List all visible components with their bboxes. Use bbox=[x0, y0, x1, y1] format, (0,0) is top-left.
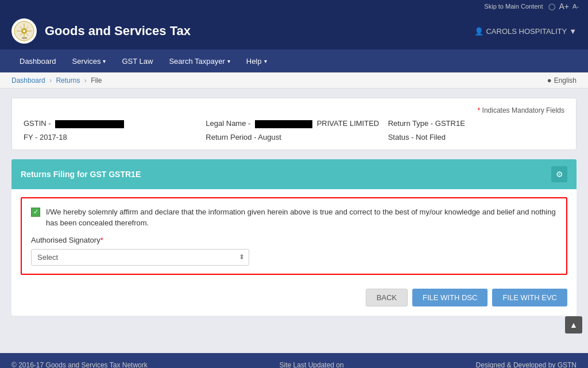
user-icon: 👤 bbox=[474, 27, 483, 36]
breadcrumb-sep-1: › bbox=[49, 76, 52, 85]
language-label: English bbox=[554, 76, 577, 85]
nav-services[interactable]: Services ▾ bbox=[64, 49, 114, 72]
mandatory-asterisk: * bbox=[478, 106, 481, 114]
breadcrumb-dashboard[interactable]: Dashboard bbox=[11, 76, 45, 85]
breadcrumb-sep-2: › bbox=[84, 76, 87, 85]
return-type-label: Return Type - GSTR1E bbox=[388, 119, 465, 128]
legal-name-label: Legal Name - bbox=[206, 119, 250, 128]
header: भारत Goods and Services Tax 👤 CAROLS HOS… bbox=[0, 13, 588, 49]
nav-dashboard-label: Dashboard bbox=[20, 57, 56, 66]
gstin-label: GSTIN - bbox=[24, 119, 51, 128]
scroll-to-top-button[interactable]: ▲ bbox=[565, 316, 582, 334]
breadcrumb-bar: Dashboard › Returns › File ● English bbox=[0, 72, 588, 89]
authorised-label-text: Authorised Signatory bbox=[31, 236, 100, 244]
nav-gst-law[interactable]: GST Law bbox=[114, 49, 161, 72]
nav-search-taxpayer-label: Search Taxpayer bbox=[169, 57, 225, 66]
fy-field: FY - 2017-18 bbox=[24, 133, 200, 141]
info-card: * Indicates Mandatory Fields GSTIN - Leg… bbox=[11, 98, 577, 150]
fy-label: FY - 2017-18 bbox=[24, 133, 67, 141]
site-title: Goods and Services Tax bbox=[45, 24, 191, 39]
footer-updated: Site Last Updated on bbox=[280, 361, 344, 368]
return-type-field: Return Type - GSTR1E bbox=[388, 119, 564, 128]
gstin-field: GSTIN - bbox=[24, 119, 200, 128]
settings-button[interactable]: ⚙ bbox=[551, 166, 567, 182]
file-evc-button[interactable]: FILE WITH EVC bbox=[492, 289, 567, 306]
user-menu[interactable]: 👤 CAROLS HOSPITALITY ▼ bbox=[474, 27, 577, 36]
svg-point-2 bbox=[23, 30, 25, 32]
back-button[interactable]: BACK bbox=[366, 289, 408, 306]
declaration-checkbox[interactable]: ✓ bbox=[31, 208, 40, 217]
nav-dashboard[interactable]: Dashboard bbox=[11, 49, 64, 72]
returns-title: Returns Filing for GST GSTR1E bbox=[21, 170, 141, 179]
breadcrumb: Dashboard › Returns › File bbox=[11, 76, 102, 85]
nav-help-label: Help bbox=[246, 57, 262, 66]
font-small-button[interactable]: A- bbox=[572, 3, 579, 10]
declaration-text: I/We hereby solemnly affirm and declare … bbox=[46, 206, 557, 229]
main-content: * Indicates Mandatory Fields GSTIN - Leg… bbox=[0, 89, 588, 353]
signatory-select-wrapper: Select bbox=[31, 249, 249, 266]
font-controls: ◯ A+ A- bbox=[548, 2, 579, 11]
returns-section: Returns Filing for GST GSTR1E ⚙ ✓ I/We h… bbox=[11, 159, 577, 316]
mandatory-note: * Indicates Mandatory Fields bbox=[24, 106, 564, 114]
language-selector[interactable]: ● English bbox=[547, 76, 577, 85]
file-dsc-button[interactable]: FILE WITH DSC bbox=[412, 289, 488, 306]
logo-emblem: भारत bbox=[11, 18, 37, 44]
accessibility-icon: ◯ bbox=[548, 3, 555, 10]
utility-bar: Skip to Main Content ◯ A+ A- bbox=[0, 0, 588, 13]
footer-designed: Designed & Developed by GSTN bbox=[476, 361, 577, 368]
breadcrumb-file: File bbox=[91, 76, 102, 85]
nav-search-taxpayer-arrow: ▾ bbox=[227, 58, 230, 64]
required-mark: * bbox=[100, 236, 103, 244]
nav-gst-law-label: GST Law bbox=[122, 57, 153, 66]
mandatory-text: Indicates Mandatory Fields bbox=[482, 106, 564, 114]
gstin-value bbox=[55, 120, 124, 128]
legal-name-field: Legal Name - PRIVATE LIMITED bbox=[206, 119, 382, 128]
username: CAROLS HOSPITALITY bbox=[486, 27, 567, 36]
status-label: Status - Not Filed bbox=[388, 133, 446, 141]
declaration-box: ✓ I/We hereby solemnly affirm and declar… bbox=[21, 197, 567, 275]
info-grid: GSTIN - Legal Name - PRIVATE LIMITED Ret… bbox=[24, 119, 564, 141]
nav-help[interactable]: Help ▾ bbox=[238, 49, 275, 72]
globe-icon: ● bbox=[547, 76, 552, 85]
legal-name-suffix: PRIVATE LIMITED bbox=[317, 119, 380, 128]
authorised-signatory-label: Authorised Signatory* bbox=[31, 236, 557, 244]
return-period-label: Return Period - August bbox=[206, 133, 281, 141]
action-buttons: BACK FILE WITH DSC FILE WITH EVC bbox=[11, 283, 577, 316]
user-dropdown-arrow: ▼ bbox=[569, 27, 577, 36]
returns-header: Returns Filing for GST GSTR1E ⚙ bbox=[11, 159, 577, 189]
signatory-select[interactable]: Select bbox=[31, 249, 249, 266]
main-nav: Dashboard Services ▾ GST Law Search Taxp… bbox=[0, 49, 588, 72]
header-left: भारत Goods and Services Tax bbox=[11, 18, 191, 44]
legal-name-value bbox=[255, 120, 312, 128]
status-field: Status - Not Filed bbox=[388, 133, 564, 141]
nav-services-arrow: ▾ bbox=[103, 58, 106, 64]
nav-help-arrow: ▾ bbox=[264, 58, 267, 64]
breadcrumb-returns[interactable]: Returns bbox=[56, 76, 80, 85]
nav-search-taxpayer[interactable]: Search Taxpayer ▾ bbox=[161, 49, 238, 72]
footer-main: © 2016-17 Goods and Services Tax Network… bbox=[0, 353, 588, 368]
return-period-field: Return Period - August bbox=[206, 133, 382, 141]
nav-services-label: Services bbox=[72, 57, 101, 66]
footer-copyright: © 2016-17 Goods and Services Tax Network bbox=[11, 361, 148, 368]
font-large-button[interactable]: A+ bbox=[559, 2, 569, 11]
skip-main-link[interactable]: Skip to Main Content bbox=[484, 3, 543, 10]
declaration-text-row: ✓ I/We hereby solemnly affirm and declar… bbox=[31, 206, 557, 229]
